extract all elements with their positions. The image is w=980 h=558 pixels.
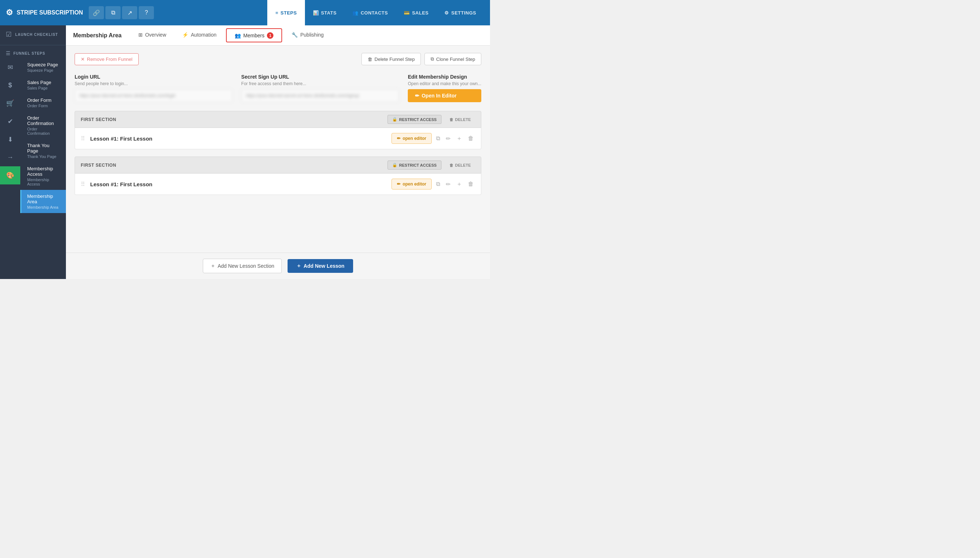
section-1-actions: 🔒 RESTRICT ACCESS 🗑 DELETE [388,115,475,124]
remove-x-icon: ✕ [81,56,85,62]
secret-url-desc: For free access send them here... [241,81,399,86]
page-title: Membership Area [73,32,122,39]
palette-icon: 🎨 [6,171,14,179]
sales-icon: 💳 [404,10,410,16]
sidebar-icon-dollar[interactable]: $ [0,76,20,94]
brand: ⚙ STRIPE SUBSCRIPTION [6,8,83,17]
restrict-access-button-2[interactable]: 🔒 RESTRICT ACCESS [388,161,442,169]
checklist-icon: ☑ [6,30,11,38]
tab-steps-label: STEPS [281,10,297,16]
lessons-block-2: FIRST SECTION 🔒 RESTRICT ACCESS 🗑 DELETE [75,156,481,195]
add-new-lesson-section-label: Add New Lesson Section [218,263,274,269]
remove-from-funnel-button[interactable]: ✕ Remove From Funnel [75,53,139,65]
sub-tab-automation[interactable]: ⚡ Automation [174,25,224,45]
sidebar-icon-download[interactable]: ⬇ [0,130,20,149]
link-button[interactable]: 🔗 [89,6,104,19]
sub-tab-publishing[interactable]: 🔧 Publishing [283,25,332,45]
open-in-editor-label: Open In Editor [422,93,456,98]
tab-steps[interactable]: ≡ STEPS [267,0,304,25]
lesson-title-1: Lesson #1: First Lesson [90,136,391,142]
toolbar: ✕ Remove From Funnel 🗑 Delete Funnel Ste… [75,53,481,65]
delete-icon: 🗑 [368,56,372,62]
sidebar-item-orderconfirm[interactable]: Order Confirmation Order Confirmation [20,112,66,139]
sub-tab-publishing-label: Publishing [300,32,324,38]
lesson-actions-2: ✏ open editor ⧉ ✏ ＋ 🗑 [391,179,475,189]
funnel-steps-label: FUNNEL STEPS [13,51,45,56]
sub-tab-members[interactable]: 👥 Members 1 [226,28,282,43]
external-link-button[interactable]: ↗ [122,6,137,19]
add-lesson-plus-icon: ＋ [296,263,301,269]
dollar-icon: $ [8,82,12,89]
lesson-item-1: ⠿ Lesson #1: First Lesson ✏ open editor … [75,128,481,149]
toolbar-left: ✕ Remove From Funnel [75,53,139,65]
delete-section-button-1[interactable]: 🗑 DELETE [445,116,475,123]
lesson-editor-icon-2: ✏ [397,182,401,187]
gear-icon: ⚙ [6,8,13,17]
tab-sales-label: SALES [412,10,429,16]
sidebar-icon-email[interactable]: ✉ [0,58,20,76]
members-icon: 👥 [235,33,241,38]
editor-desc: Open editor and make this your own... [408,81,481,86]
sidebar-item-sales[interactable]: Sales Page Sales Page [20,76,66,94]
lesson-item-2: ⠿ Lesson #1: First Lesson ✏ open editor … [75,174,481,195]
members-badge: 1 [267,32,273,39]
open-in-editor-button[interactable]: ✏ Open In Editor [408,89,481,102]
sidebar: ☑ LAUNCH CHECKLIST ☰ FUNNEL STEPS ✉ $ 🛒 [0,25,66,279]
toolbar-right: 🗑 Delete Funnel Step ⧉ Clone Funnel Step [362,53,481,65]
tab-contacts-label: CONTACTS [361,10,388,16]
delete-funnel-step-button[interactable]: 🗑 Delete Funnel Step [362,53,421,65]
secret-url-block: Secret Sign Up URL For free access send … [241,74,399,102]
drag-handle-1[interactable]: ⠿ [81,135,85,142]
lesson-open-editor-button-1[interactable]: ✏ open editor [391,133,432,144]
lesson-actions-1: ✏ open editor ⧉ ✏ ＋ 🗑 [391,133,475,144]
restrict-access-label-1: RESTRICT ACCESS [399,117,437,122]
lesson-copy-button-2[interactable]: ⧉ [435,179,442,189]
tab-settings-label: SETTINGS [451,10,476,16]
funnel-steps-header: ☰ FUNNEL STEPS [0,47,66,58]
cart-icon: 🛒 [6,99,14,107]
sub-tab-overview[interactable]: ⊞ Overview [130,25,174,45]
trash-icon-2: 🗑 [450,163,453,167]
launch-checklist[interactable]: ☑ LAUNCH CHECKLIST [0,25,66,43]
stats-icon: 📊 [313,10,319,16]
sidebar-icon-palette[interactable]: 🎨 [0,166,20,184]
clone-funnel-step-button[interactable]: ⧉ Clone Funnel Step [424,53,481,65]
sidebar-item-thankyou[interactable]: Thank You Page Thank You Page [20,139,66,162]
lesson-add-button-2[interactable]: ＋ [455,179,463,189]
editor-pencil-icon: ✏ [415,93,419,98]
lesson-delete-button-1[interactable]: 🗑 [466,134,475,143]
tab-stats-label: STATS [321,10,337,16]
sidebar-icon-login[interactable]: → [0,149,20,166]
lessons-block-1: FIRST SECTION 🔒 RESTRICT ACCESS 🗑 DELETE [75,111,481,149]
lock-icon-1: 🔒 [392,117,397,122]
lesson-add-button-1[interactable]: ＋ [455,133,463,144]
lesson-copy-button-1[interactable]: ⧉ [435,134,442,143]
sidebar-item-squeeze[interactable]: Squeeze Page Squeeze Page [20,58,66,76]
lesson-delete-button-2[interactable]: 🗑 [466,179,475,189]
lesson-edit-button-1[interactable]: ✏ [444,134,452,143]
drag-handle-2[interactable]: ⠿ [81,181,85,188]
add-new-lesson-section-button[interactable]: ＋ Add New Lesson Section [203,259,282,273]
login-url-label: Login URL [75,74,232,80]
sidebar-icon-check[interactable]: ✔ [0,112,20,130]
lesson-edit-button-2[interactable]: ✏ [444,179,452,189]
lesson-open-editor-button-2[interactable]: ✏ open editor [391,179,432,189]
help-button[interactable]: ? [139,6,154,19]
restrict-access-button-1[interactable]: 🔒 RESTRICT ACCESS [388,115,442,124]
tab-sales[interactable]: 💳 SALES [396,0,437,25]
sub-tab-overview-label: Overview [145,32,166,38]
tab-stats[interactable]: 📊 STATS [305,0,345,25]
tab-settings[interactable]: ⚙ SETTINGS [437,0,484,25]
sidebar-icon-cart[interactable]: 🛒 [0,94,20,112]
secret-url-label: Secret Sign Up URL [241,74,399,80]
section-2-title: FIRST SECTION [81,163,116,168]
add-new-lesson-label: Add New Lesson [303,263,344,269]
copy-button[interactable]: ⧉ [105,6,121,19]
add-new-lesson-button[interactable]: ＋ Add New Lesson [288,259,353,273]
top-nav-tabs: ≡ STEPS 📊 STATS 👥 CONTACTS 💳 SALES ⚙ SET… [267,0,484,25]
sidebar-item-memberaccess[interactable]: Membership Access Membership Access [20,162,66,190]
sidebar-item-memberarea[interactable]: Membership Area Membership Area [20,190,66,213]
tab-contacts[interactable]: 👥 CONTACTS [344,0,396,25]
sidebar-item-orderform[interactable]: Order Form Order Form [20,94,66,112]
delete-section-button-2[interactable]: 🗑 DELETE [445,161,475,169]
